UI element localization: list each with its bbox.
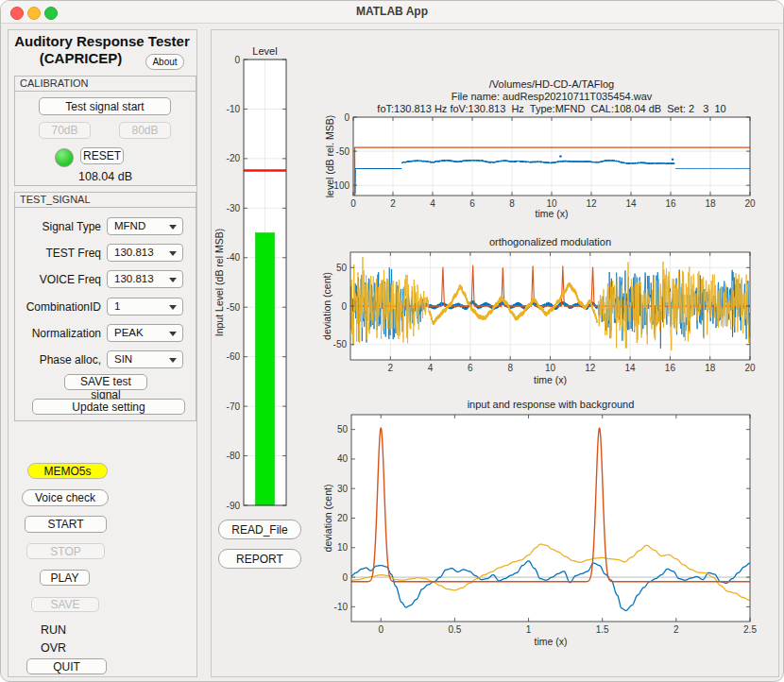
svg-text:8: 8 <box>507 363 513 373</box>
test-signal-start-button[interactable]: Test signal start <box>39 97 171 115</box>
plots-area: 024681012141618200-50-100/Volumes/HD-CD-… <box>322 29 779 675</box>
normalization-select[interactable]: PEAK <box>107 324 183 342</box>
svg-text:20: 20 <box>744 198 756 209</box>
svg-text:-10: -10 <box>334 602 349 612</box>
svg-text:16: 16 <box>665 198 676 209</box>
signal-type-select[interactable]: MFND <box>107 217 183 235</box>
start-button[interactable]: START <box>25 516 107 533</box>
svg-text:/Volumes/HD-CD-A/TAFlog: /Volumes/HD-CD-A/TAFlog <box>489 78 614 90</box>
calibration-level-value: 108.04 dB <box>14 170 196 183</box>
test-freq-label: TEST Freq <box>14 247 101 260</box>
svg-text:30: 30 <box>337 484 349 494</box>
svg-text:4: 4 <box>430 198 435 209</box>
svg-text:2.5: 2.5 <box>743 624 757 635</box>
svg-text:10: 10 <box>545 363 556 373</box>
zoom-button[interactable] <box>44 7 58 20</box>
svg-text:50: 50 <box>337 424 349 435</box>
phase-alloc-value: SIN <box>114 353 132 365</box>
svg-text:0: 0 <box>234 55 240 65</box>
update-setting-button[interactable]: Update setting <box>32 399 185 415</box>
reset-button[interactable]: RESET <box>80 147 124 164</box>
signal-type-label: Signal Type <box>14 220 101 233</box>
svg-text:-10: -10 <box>227 104 241 114</box>
test-freq-select[interactable]: 130.813 <box>107 244 183 262</box>
app-title-line2: (CAPRICEP) <box>12 50 149 66</box>
svg-text:18: 18 <box>705 198 716 209</box>
svg-text:20: 20 <box>744 363 756 373</box>
svg-text:14: 14 <box>625 363 637 373</box>
chevron-down-icon <box>169 305 177 310</box>
report-button[interactable]: REPORT <box>218 549 301 569</box>
combination-id-select[interactable]: 1 <box>107 298 183 315</box>
chevron-down-icon <box>169 358 177 363</box>
80db-button[interactable]: 80dB <box>119 122 171 139</box>
svg-text:deviation (cent): deviation (cent) <box>322 485 333 553</box>
chevron-down-icon <box>169 225 177 230</box>
svg-text:6: 6 <box>468 363 473 373</box>
save-test-signal-button[interactable]: SAVE test signal <box>64 374 147 390</box>
voice-freq-value: 130.813 <box>114 273 154 284</box>
memo5s-button[interactable]: MEMO5s <box>27 463 108 479</box>
voice-freq-select[interactable]: 130.813 <box>107 270 183 288</box>
app-title-line1: Auditory Response Tester <box>12 33 192 49</box>
svg-text:input and response with backgr: input and response with background <box>468 399 635 410</box>
svg-text:0: 0 <box>341 301 347 312</box>
svg-text:20: 20 <box>337 513 349 523</box>
svg-text:8: 8 <box>509 198 515 209</box>
about-button[interactable]: About <box>145 54 184 70</box>
svg-text:time (x): time (x) <box>535 636 568 647</box>
svg-text:foT:130.813 Hz foV:130.813 Hz: foT:130.813 Hz foV:130.813 Hz Type:MFND … <box>377 103 725 114</box>
svg-text:2: 2 <box>390 198 396 209</box>
phase-alloc-label: Phase alloc, <box>14 353 101 367</box>
svg-text:1: 1 <box>526 624 532 635</box>
svg-text:0: 0 <box>342 572 348 583</box>
svg-text:12: 12 <box>585 363 596 373</box>
svg-text:-70: -70 <box>227 401 241 412</box>
svg-text:16: 16 <box>665 363 676 373</box>
calibration-lamp <box>55 148 74 167</box>
70db-button[interactable]: 70dB <box>39 122 91 139</box>
svg-text:orthogonalized modulation: orthogonalized modulation <box>489 236 611 247</box>
svg-text:40: 40 <box>337 453 349 464</box>
svg-text:1.5: 1.5 <box>596 624 609 635</box>
svg-text:4: 4 <box>428 363 434 373</box>
combination-id-label: CombinationID <box>14 300 101 314</box>
svg-text:-50: -50 <box>333 339 348 350</box>
svg-text:-20: -20 <box>227 153 241 163</box>
test-signal-panel-title: TEST_SIGNAL <box>15 193 196 208</box>
save-button[interactable]: SAVE <box>31 597 99 612</box>
svg-text:0: 0 <box>344 112 349 123</box>
stop-button[interactable]: STOP <box>26 543 105 559</box>
test-freq-value: 130.813 <box>114 247 154 258</box>
svg-text:-60: -60 <box>227 351 241 362</box>
minimize-button[interactable] <box>27 7 41 20</box>
chevron-down-icon <box>169 251 177 256</box>
close-button[interactable] <box>10 7 24 20</box>
play-button[interactable]: PLAY <box>40 570 90 586</box>
voice-freq-label: VOICE Freq <box>14 273 101 286</box>
svg-text:-90: -90 <box>227 501 241 511</box>
normalization-value: PEAK <box>114 327 144 338</box>
svg-text:File name: audResp20210711T035: File name: audResp20210711T035454.wav <box>452 91 653 102</box>
svg-text:14: 14 <box>625 198 637 209</box>
svg-text:-30: -30 <box>227 203 241 213</box>
quit-button[interactable]: QUIT <box>26 658 107 674</box>
svg-text:level (dB rel. MSB): level (dB rel. MSB) <box>324 115 335 198</box>
svg-text:time (x): time (x) <box>534 374 567 385</box>
svg-text:-40: -40 <box>227 252 241 263</box>
svg-text:-50: -50 <box>336 146 350 157</box>
level-meter: 0-10-20-30-40-50-60-70-80-90LevelInput L… <box>211 29 322 675</box>
svg-text:12: 12 <box>586 198 597 209</box>
phase-alloc-select[interactable]: SIN <box>107 350 183 368</box>
svg-text:10: 10 <box>337 542 349 553</box>
voice-check-button[interactable]: Voice check <box>22 489 109 506</box>
svg-text:50: 50 <box>336 263 348 273</box>
svg-text:-50: -50 <box>227 302 241 313</box>
svg-text:2: 2 <box>388 363 394 373</box>
read-file-button[interactable]: READ_File <box>218 520 301 539</box>
svg-text:Input Level (dB rel MSB): Input Level (dB rel MSB) <box>213 229 225 336</box>
matlab-app-window: MATLAB App Auditory Response Tester (CAP… <box>0 0 784 682</box>
svg-text:0: 0 <box>378 624 383 635</box>
normalization-label: Normalization <box>14 327 101 340</box>
signal-type-value: MFND <box>114 220 145 231</box>
